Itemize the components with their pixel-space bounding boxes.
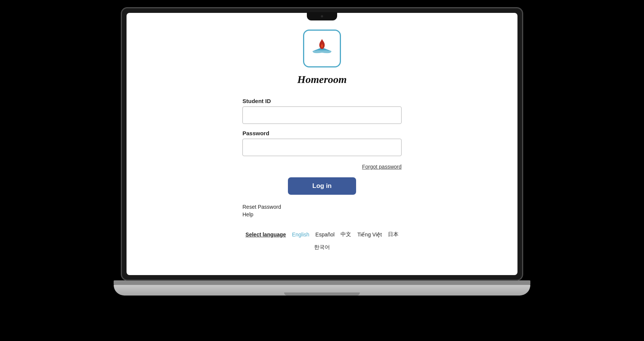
laptop-base (114, 285, 530, 296)
select-language-label[interactable]: Select language (245, 232, 286, 238)
student-id-group: Student ID (242, 98, 402, 124)
login-form-container: Homeroom Student ID Password Forgot pass… (242, 22, 402, 266)
screen-content: Homeroom Student ID Password Forgot pass… (127, 13, 517, 275)
forgot-password-link[interactable]: Forgot password (242, 164, 402, 170)
app-title: Homeroom (297, 74, 347, 86)
help-link[interactable]: Help (242, 211, 253, 217)
lang-option-ja[interactable]: 日本 (388, 231, 399, 238)
lang-option-en[interactable]: English (292, 232, 309, 238)
camera-dot (321, 15, 323, 17)
laptop-screen-bezel: Homeroom Student ID Password Forgot pass… (121, 8, 523, 280)
student-id-input[interactable] (242, 106, 402, 124)
language-bar: Select language English Español 中文 Tiếng… (242, 231, 402, 251)
lang-option-es[interactable]: Español (316, 232, 335, 238)
lang-option-ko[interactable]: 한국어 (314, 244, 330, 251)
password-label: Password (242, 130, 402, 136)
logo-svg (309, 35, 335, 62)
password-group: Password (242, 130, 402, 156)
login-button[interactable]: Log in (288, 177, 356, 195)
secondary-links: Reset Password Help (242, 204, 402, 217)
laptop-wrapper: Homeroom Student ID Password Forgot pass… (121, 8, 523, 333)
laptop-hinge (114, 280, 530, 285)
camera-notch (307, 12, 337, 20)
app-logo (303, 30, 341, 67)
lang-option-zh[interactable]: 中文 (341, 231, 351, 238)
student-id-label: Student ID (242, 98, 402, 104)
reset-password-link[interactable]: Reset Password (242, 204, 281, 210)
password-input[interactable] (242, 139, 402, 156)
lang-option-vi[interactable]: Tiếng Việt (357, 232, 382, 238)
